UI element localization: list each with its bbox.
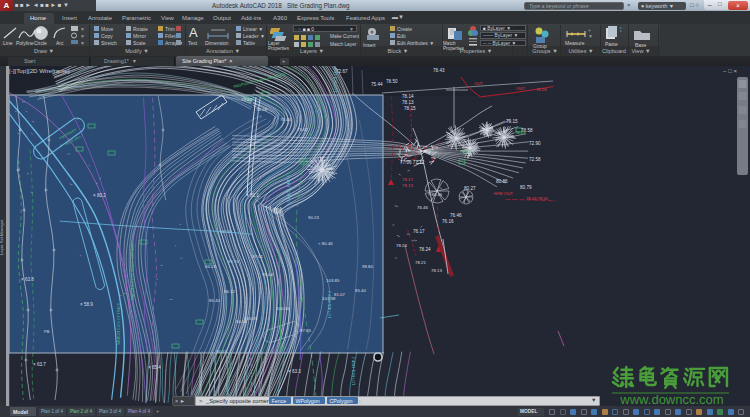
svg-text:78.15: 78.15 — [402, 183, 414, 188]
svg-text:100.06: 100.06 — [276, 306, 290, 311]
svg-text:84.04: 84.04 — [236, 319, 248, 324]
svg-text:78.24: 78.24 — [396, 243, 408, 248]
svg-text:79.43: 79.43 — [241, 97, 253, 102]
svg-text:▼: ▼ — [80, 40, 85, 46]
svg-text:78.13: 78.13 — [431, 268, 443, 273]
svg-text:▼: ▼ — [80, 26, 85, 32]
svg-text:72.58: 72.58 — [529, 157, 541, 162]
svg-text:78.14: 78.14 — [402, 94, 414, 99]
svg-text:97.01: 97.01 — [252, 254, 264, 259]
svg-text:PB: PB — [44, 329, 50, 334]
svg-text:95.04: 95.04 — [262, 272, 274, 277]
svg-text:78.28: 78.28 — [536, 87, 547, 92]
svg-text:× 63.3: × 63.3 — [288, 369, 301, 374]
svg-text:MATCH ELEV OF TRACK SURFACE: MATCH ELEV OF TRACK SURFACE — [131, 243, 135, 300]
svg-text:LOT SOL UMP: LOT SOL UMP — [334, 66, 338, 92]
svg-text:− □ ×: − □ × — [723, 68, 737, 74]
svg-text:73.02: 73.02 — [297, 127, 309, 132]
svg-text:78.15: 78.15 — [404, 106, 416, 111]
svg-text:78.28: 78.28 — [256, 107, 268, 112]
svg-text:Layer Set Manager: Layer Set Manager — [0, 219, 4, 255]
svg-text:78.15: 78.15 — [515, 130, 526, 135]
svg-text:[-][Top][2D Wireframe]: [-][Top][2D Wireframe] — [9, 67, 70, 74]
svg-text:LOT 40L RMP 2: LOT 40L RMP 2 — [328, 291, 332, 318]
svg-text:SAWCUT ELEV OF TRACK: SAWCUT ELEV OF TRACK — [117, 302, 121, 345]
svg-text:78.17: 78.17 — [402, 177, 414, 182]
svg-text:90.23: 90.23 — [308, 215, 320, 220]
svg-text:80.27: 80.27 — [464, 186, 476, 191]
svg-text:www.downcc.com: www.downcc.com — [619, 392, 723, 407]
svg-text:85.40: 85.40 — [209, 298, 221, 303]
svg-text:× 80.46: × 80.46 — [428, 192, 443, 197]
svg-text:75.44: 75.44 — [371, 82, 383, 87]
svg-text:75.44: 75.44 — [280, 117, 292, 122]
svg-text:98.80: 98.80 — [362, 264, 374, 269]
svg-text:86.12: 86.12 — [224, 289, 236, 294]
svg-text:OUT: OUT — [516, 86, 525, 91]
svg-text:H/W OUT: H/W OUT — [494, 191, 513, 196]
svg-text:78.43: 78.43 — [433, 68, 445, 73]
svg-text:× 80.46: × 80.46 — [318, 241, 333, 246]
svg-text:OUT: OUT — [474, 81, 483, 86]
svg-text:84.24: 84.24 — [205, 264, 217, 269]
svg-text:78.13: 78.13 — [402, 100, 414, 105]
svg-text:78.24: 78.24 — [419, 247, 431, 252]
svg-text:× 58.9: × 58.9 — [80, 302, 93, 307]
svg-text:76.46: 76.46 — [417, 205, 429, 210]
svg-text:80.79: 80.79 — [520, 185, 532, 190]
svg-text:78.21: 78.21 — [415, 260, 427, 265]
svg-text:76.17: 76.17 — [413, 229, 425, 234]
svg-text:76.46: 76.46 — [450, 213, 462, 218]
svg-text:× 65.4: × 65.4 — [148, 365, 161, 370]
svg-text:LOT BOL UMP 5: LOT BOL UMP 5 — [286, 174, 291, 205]
svg-text:× 63.8: × 63.8 — [21, 277, 34, 282]
svg-text:LOT BOL UMP 2: LOT BOL UMP 2 — [352, 357, 356, 385]
svg-text:78.50: 78.50 — [386, 79, 398, 84]
svg-text:85.76: 85.76 — [228, 259, 240, 264]
svg-text:103.85: 103.85 — [326, 278, 340, 283]
svg-text:77.06 77.12: 77.06 77.12 — [400, 160, 425, 165]
svg-text:▼: ▼ — [80, 33, 85, 39]
svg-text:79.15: 79.15 — [506, 119, 518, 124]
svg-text:80.86: 80.86 — [496, 179, 508, 184]
svg-text:72.90: 72.90 — [529, 141, 541, 146]
svg-text:78.06 78.01: 78.06 78.01 — [526, 196, 549, 201]
svg-text:× 63.7: × 63.7 — [33, 362, 46, 367]
svg-text:78.46: 78.46 — [460, 149, 471, 154]
svg-text:85.40: 85.40 — [355, 288, 367, 293]
svg-text:76.16: 76.16 — [442, 219, 454, 224]
svg-text:81.07: 81.07 — [334, 292, 346, 297]
svg-text:× 80.1: × 80.1 — [246, 193, 259, 198]
svg-text:× 80.2: × 80.2 — [93, 193, 106, 198]
svg-text:84.15: 84.15 — [220, 229, 232, 234]
svg-text:97.65: 97.65 — [300, 328, 312, 333]
